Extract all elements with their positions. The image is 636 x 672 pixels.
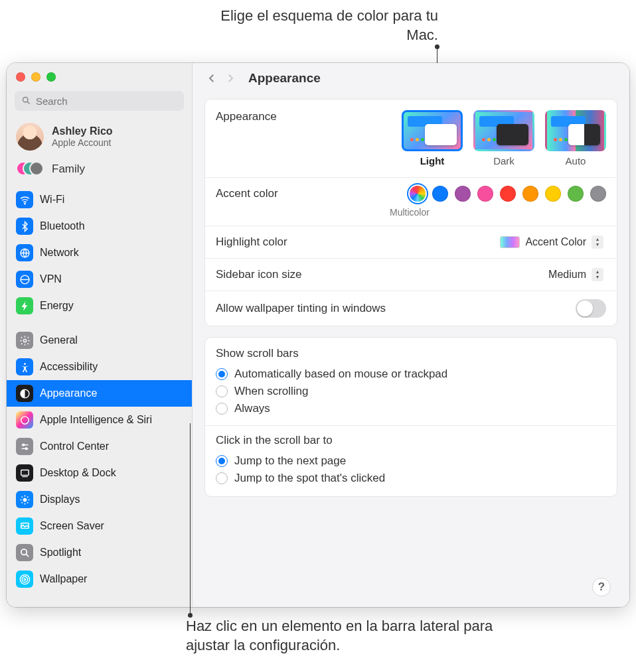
sidebar-icon-label: Sidebar icon size <box>216 268 301 281</box>
help-button[interactable]: ? <box>592 578 611 596</box>
sidebar-item-wifi[interactable]: Wi-Fi <box>7 186 192 213</box>
account-row[interactable]: Ashley Rico Apple Account <box>7 119 192 155</box>
sidebar-item-accessibility[interactable]: Accessibility <box>7 354 192 380</box>
header: Appearance <box>193 63 629 94</box>
appearance-option-light[interactable]: Light <box>402 110 463 167</box>
general-icon <box>16 332 33 349</box>
sidebar-item-label: Control Center <box>40 440 109 452</box>
account-sub: Apple Account <box>52 137 113 148</box>
minimize-button[interactable] <box>31 72 40 82</box>
family-label: Family <box>52 163 85 176</box>
sidebar-item-desktop[interactable]: Desktop & Dock <box>7 460 192 486</box>
sidebar-item-general[interactable]: General <box>7 327 192 354</box>
scrollclick-option-0[interactable]: Jump to the next page <box>216 452 606 470</box>
avatar <box>16 123 44 151</box>
sidebar-item-label: Appearance <box>40 387 97 399</box>
callout-line-bottom <box>190 423 191 616</box>
highlight-select[interactable]: Accent Color ▴▾ <box>495 234 606 250</box>
svg-line-23 <box>27 496 28 497</box>
back-button[interactable] <box>204 71 219 86</box>
radio-label: Automatically based on mouse or trackpad <box>234 368 447 381</box>
content-pane: Appearance Appearance LightDarkAuto Acce… <box>193 63 629 607</box>
accent-swatch-0[interactable] <box>410 186 426 202</box>
search-icon <box>21 96 31 105</box>
accent-swatch-1[interactable] <box>432 186 448 202</box>
callout-bottom: Haz clic en un elemento en la barra late… <box>186 617 518 655</box>
sidebar-item-screensaver[interactable]: Screen Saver <box>7 513 192 539</box>
sidebar-item-controlcenter[interactable]: Control Center <box>7 433 192 460</box>
sidebar-item-label: Bluetooth <box>40 220 85 232</box>
svg-point-27 <box>24 578 26 580</box>
sidebar-item-label: Spotlight <box>40 547 81 559</box>
svg-point-0 <box>23 98 29 103</box>
radio-button[interactable] <box>216 472 228 484</box>
scrollbars-option-2[interactable]: Always <box>216 400 606 417</box>
svg-point-8 <box>21 416 28 423</box>
sidebar-item-network[interactable]: Network <box>7 239 192 266</box>
controlcenter-icon <box>16 438 33 455</box>
svg-point-11 <box>22 444 24 446</box>
tinting-toggle[interactable] <box>576 299 606 318</box>
radio-label: Always <box>234 402 270 415</box>
sidebar-item-siri[interactable]: Apple Intelligence & Siri <box>7 407 192 433</box>
scroll-card: Show scroll bars Automatically based on … <box>204 337 617 497</box>
search-input[interactable] <box>15 91 184 111</box>
zoom-button[interactable] <box>46 72 56 82</box>
radio-label: Jump to the spot that's clicked <box>234 472 385 485</box>
scrollbars-option-1[interactable]: When scrolling <box>216 383 606 400</box>
accent-swatch-3[interactable] <box>477 186 493 202</box>
sidebar-item-appearance[interactable]: Appearance <box>7 380 192 407</box>
svg-line-1 <box>27 101 29 103</box>
forward-button[interactable] <box>223 71 238 86</box>
screensaver-icon <box>16 517 33 535</box>
sidebar-item-displays[interactable]: Displays <box>7 486 192 513</box>
appearance-thumb-auto <box>545 110 606 151</box>
radio-button[interactable] <box>216 403 228 415</box>
scrollbars-title: Show scroll bars <box>216 347 606 360</box>
close-button[interactable] <box>16 72 25 82</box>
account-name: Ashley Rico <box>52 125 113 137</box>
radio-button[interactable] <box>216 368 228 380</box>
accent-swatch-8[interactable] <box>590 186 606 202</box>
sidebar-item-spotlight[interactable]: Spotlight <box>7 539 192 566</box>
bluetooth-icon <box>16 218 33 235</box>
svg-point-25 <box>21 549 26 555</box>
callout-top: Elige el esquema de color para tu Mac. <box>212 7 438 44</box>
accent-swatch-7[interactable] <box>568 186 584 202</box>
accent-swatch-4[interactable] <box>500 186 516 202</box>
wifi-icon <box>16 191 33 208</box>
sidebar: Ashley Rico Apple Account Family Wi-FiBl… <box>7 63 193 607</box>
accent-selected-name: Multicolor <box>216 207 606 218</box>
appearance-option-auto[interactable]: Auto <box>545 110 606 167</box>
radio-button[interactable] <box>216 385 228 397</box>
sidebar-icon-select[interactable]: Medium ▴▾ <box>543 267 606 283</box>
wallpaper-icon <box>16 571 33 588</box>
svg-point-2 <box>24 203 25 204</box>
radio-button[interactable] <box>216 455 228 467</box>
sidebar-item-bluetooth[interactable]: Bluetooth <box>7 213 192 239</box>
sidebar-item-label: Wi-Fi <box>40 194 64 206</box>
desktop-icon <box>16 464 33 482</box>
sidebar-item-energy[interactable]: Energy <box>7 293 192 319</box>
svg-line-20 <box>21 496 22 497</box>
appearance-label: Appearance <box>216 110 277 123</box>
sidebar-nav: Wi-FiBluetoothNetworkVPNEnergyGeneralAcc… <box>7 186 192 607</box>
scrollclick-title: Click in the scroll bar to <box>216 434 606 447</box>
sidebar-item-label: Network <box>40 247 79 259</box>
highlight-swatch <box>500 236 520 248</box>
sidebar-icon-value: Medium <box>548 269 586 281</box>
page-title: Appearance <box>248 71 321 86</box>
accent-swatch-2[interactable] <box>455 186 471 202</box>
accent-swatch-5[interactable] <box>522 186 538 202</box>
vpn-icon <box>16 271 33 288</box>
sidebar-item-vpn[interactable]: VPN <box>7 266 192 293</box>
scrollclick-option-1[interactable]: Jump to the spot that's clicked <box>216 470 606 487</box>
scrollbars-option-0[interactable]: Automatically based on mouse or trackpad <box>216 366 606 383</box>
accent-swatch-6[interactable] <box>545 186 561 202</box>
family-row[interactable]: Family <box>7 155 192 186</box>
svg-line-26 <box>26 554 29 557</box>
appearance-option-dark[interactable]: Dark <box>473 110 534 167</box>
sidebar-item-wallpaper[interactable]: Wallpaper <box>7 566 192 592</box>
siri-icon <box>16 411 33 429</box>
svg-line-22 <box>21 502 22 503</box>
